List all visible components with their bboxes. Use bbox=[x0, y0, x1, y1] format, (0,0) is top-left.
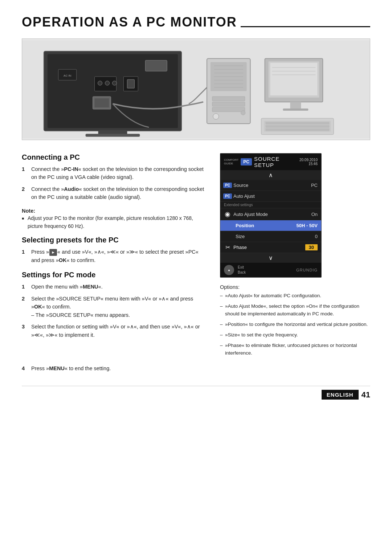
source-value: PC bbox=[311, 183, 318, 188]
svg-rect-25 bbox=[212, 97, 245, 101]
settings-step-1: 1 Open the menu with »MENU«. bbox=[22, 283, 205, 291]
english-badge: ENGLISH bbox=[322, 390, 359, 400]
position-value: 50H - 50V bbox=[296, 223, 318, 228]
menu-row-auto-ajust: PC Auto Ajust bbox=[220, 191, 321, 202]
svg-point-28 bbox=[241, 111, 245, 115]
position-label: Position bbox=[236, 223, 296, 228]
svg-point-29 bbox=[213, 114, 219, 119]
menu-screenshot: COMFORT GUIDE PC SOURCE SETUP 20.09.2010… bbox=[220, 153, 322, 278]
connecting-pc-steps: 1 Connect the »PC-IN« socket on the tele… bbox=[22, 165, 205, 201]
auto-ajust-label: Auto Ajust bbox=[233, 193, 318, 199]
size-label: Size bbox=[236, 234, 315, 239]
settings-pc-heading: Settings for PC mode bbox=[22, 271, 205, 279]
menu-top-bar: COMFORT GUIDE PC SOURCE SETUP 20.09.2010… bbox=[220, 154, 321, 170]
connecting-step-1: 1 Connect the »PC-IN« socket on the tele… bbox=[22, 165, 205, 181]
phase-value: 30 bbox=[305, 244, 318, 250]
option-item-4: »Size« to set the cycle frequency. bbox=[220, 331, 370, 339]
source-setup-label: SOURCE SETUP bbox=[254, 156, 299, 168]
svg-rect-36 bbox=[290, 102, 301, 109]
svg-rect-15 bbox=[145, 60, 167, 71]
option-item-5: »Phase« to eliminate flicker, unfocused … bbox=[220, 342, 370, 357]
note-label: Note: bbox=[22, 208, 205, 214]
step4-num: 4 bbox=[22, 365, 28, 371]
note-block: Note: Adjust your PC to the monitor (for… bbox=[22, 208, 205, 230]
menu-date-time: 20.09.2010 15:46 bbox=[299, 158, 318, 166]
menu-row-auto-ajust-mode: ◉ Auto Ajust Mode On bbox=[220, 208, 321, 220]
svg-point-9 bbox=[105, 81, 110, 85]
svg-rect-14 bbox=[95, 98, 109, 107]
svg-rect-32 bbox=[270, 63, 318, 95]
page-number: 41 bbox=[362, 390, 370, 400]
scissors-icon: ✂ bbox=[225, 244, 230, 251]
svg-point-8 bbox=[98, 81, 102, 85]
grundig-brand: GRUNDIG bbox=[296, 268, 318, 272]
connecting-step-2: 2 Connect the »Audio« socket on the tele… bbox=[22, 185, 205, 201]
menu-bottom-bar: ● Exit Back GRUNDIG bbox=[220, 263, 321, 277]
source-label: Source bbox=[233, 183, 311, 188]
options-label: Options: bbox=[220, 284, 240, 290]
comfort-guide-label: COMFORT GUIDE bbox=[224, 158, 238, 165]
step4-text: Press »MENU« to end the setting. bbox=[31, 365, 111, 371]
settings-step-2: 2 Select the »SOURCE SETUP« menu item wi… bbox=[22, 295, 205, 319]
option-item-1: »Auto Ajust« for automatic PC configurat… bbox=[220, 292, 370, 300]
svg-rect-12 bbox=[127, 79, 134, 88]
svg-rect-27 bbox=[212, 107, 245, 112]
svg-rect-4 bbox=[86, 134, 140, 137]
settings-step-3: 3 Select the function or setting with »V… bbox=[22, 323, 205, 339]
selecting-presets-heading: Selecting presets for the PC bbox=[22, 236, 205, 244]
note-content: Adjust your PC to the monitor (for examp… bbox=[22, 214, 205, 230]
svg-rect-37 bbox=[283, 109, 309, 111]
options-list: »Auto Ajust« for automatic PC configurat… bbox=[220, 292, 370, 360]
step4-row: 4 Press »MENU« to end the setting. bbox=[22, 365, 370, 371]
selecting-step-1: 1 Press »►« and use »V«, »∧«, »≪« or »≫«… bbox=[22, 248, 205, 264]
menu-down-arrow: ∨ bbox=[220, 253, 321, 263]
svg-rect-41 bbox=[266, 125, 330, 128]
menu-row-source: PC Source PC bbox=[220, 180, 321, 191]
menu-disc-button: ● bbox=[224, 265, 234, 275]
menu-up-arrow: ∧ bbox=[220, 170, 321, 180]
menu-row-size: Size 0 bbox=[220, 231, 321, 242]
svg-rect-26 bbox=[212, 102, 245, 106]
pc-icon: PC bbox=[223, 183, 232, 188]
pc-badge: PC bbox=[241, 158, 252, 165]
settings-pc-steps: 1 Open the menu with »MENU«. 2 Select th… bbox=[22, 283, 205, 339]
page-title: OPERATION AS A PC MONITOR bbox=[22, 15, 370, 30]
pc-icon-2: PC bbox=[223, 193, 232, 199]
svg-text:AC IN: AC IN bbox=[64, 74, 71, 77]
menu-row-phase: ✂ Phase 30 bbox=[220, 242, 321, 253]
selecting-presets-steps: 1 Press »►« and use »V«, »∧«, »≪« or »≫«… bbox=[22, 248, 205, 264]
hero-image: AC IN bbox=[22, 38, 370, 140]
phase-label: Phase bbox=[233, 245, 305, 250]
extended-settings-section: Extended settings bbox=[220, 202, 321, 208]
svg-rect-42 bbox=[266, 128, 330, 131]
menu-row-position: Position 50H - 50V bbox=[220, 220, 321, 231]
svg-rect-40 bbox=[266, 122, 330, 124]
option-item-2: »Auto Ajust Mode«, select the option »On… bbox=[220, 303, 370, 318]
svg-point-10 bbox=[112, 81, 117, 85]
auto-ajust-mode-value: On bbox=[311, 212, 318, 217]
eye-icon: ◉ bbox=[225, 210, 230, 218]
size-value: 0 bbox=[315, 234, 318, 239]
connecting-pc-heading: Connecting a PC bbox=[22, 153, 205, 162]
option-item-3: »Position« to configure the horizontal a… bbox=[220, 321, 370, 328]
auto-ajust-mode-label: Auto Ajust Mode bbox=[233, 212, 311, 217]
menu-bottom-labels: Exit Back bbox=[238, 265, 246, 275]
page-footer: ENGLISH 41 bbox=[22, 386, 370, 400]
